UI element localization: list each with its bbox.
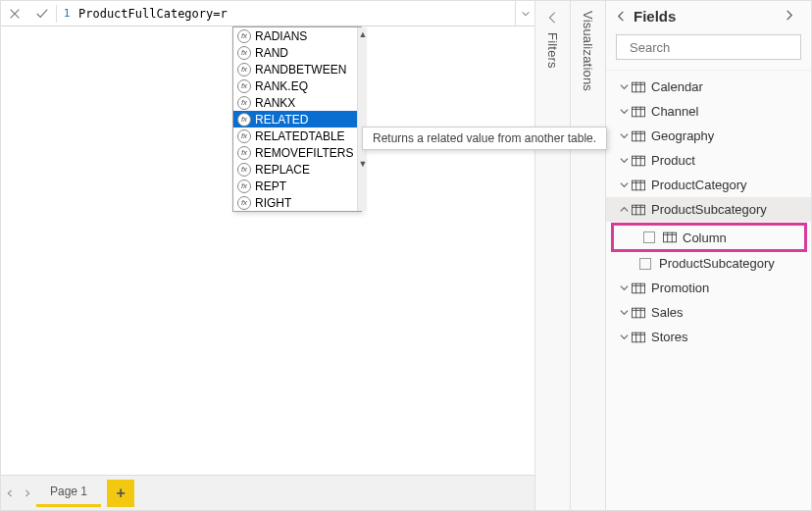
function-icon: fx (237, 46, 251, 60)
svg-rect-22 (632, 205, 644, 215)
field-table-label: Stores (651, 330, 688, 344)
field-table-label: Promotion (651, 281, 709, 295)
intellisense-item-label: RANK.EQ (255, 79, 308, 93)
intellisense-item-label: RELATED (255, 113, 308, 127)
formula-expand-button[interactable] (515, 1, 534, 26)
page-tab[interactable]: Page 1 (36, 480, 101, 507)
svg-rect-18 (632, 180, 644, 190)
intellisense-item[interactable]: fxRELATED (233, 111, 357, 128)
visualizations-panel-collapsed[interactable]: Visualizations (570, 1, 605, 510)
visualizations-panel-label: Visualizations (581, 11, 595, 91)
expand-left-icon (546, 11, 560, 25)
chevron-down-icon (620, 131, 629, 140)
fields-panel-title: Fields (634, 8, 784, 25)
scroll-down-icon[interactable]: ▼ (358, 157, 367, 171)
field-column-row[interactable]: ProductSubcategory (606, 251, 811, 276)
intellisense-item[interactable]: fxRAND (233, 44, 357, 61)
chevron-down-icon (620, 283, 629, 292)
fields-collapse-button[interactable] (616, 11, 634, 22)
chevron-down-icon (620, 156, 629, 165)
table-icon (632, 155, 645, 167)
function-icon: fx (237, 196, 251, 210)
field-table-row[interactable]: Calendar (606, 75, 811, 99)
field-table-row[interactable]: Product (606, 148, 811, 173)
field-checkbox[interactable] (639, 258, 651, 270)
expand-toggle[interactable] (616, 332, 632, 341)
function-icon: fx (237, 179, 251, 193)
formula-line-number: 1 (57, 7, 76, 20)
formula-input[interactable] (76, 1, 515, 26)
intellisense-item[interactable]: fxRIGHT (233, 194, 357, 211)
page-tab-bar: Page 1 + (1, 475, 534, 510)
tab-nav-next[interactable] (19, 476, 36, 511)
intellisense-item[interactable]: fxREPLACE (233, 161, 357, 178)
chevron-down-icon (620, 107, 629, 116)
chevron-down-icon (620, 308, 629, 317)
expand-toggle[interactable] (616, 283, 632, 292)
intellisense-item[interactable]: fxREPT (233, 178, 357, 194)
tab-nav-prev[interactable] (1, 476, 19, 511)
filters-panel-label: Filters (545, 32, 560, 69)
add-page-button[interactable]: + (107, 480, 134, 507)
chevron-down-icon (620, 180, 629, 189)
field-table-row[interactable]: Channel (606, 99, 811, 124)
expand-toggle[interactable] (616, 180, 632, 189)
intellisense-item[interactable]: fxRANKX (233, 94, 357, 111)
intellisense-item-label: RIGHT (255, 196, 291, 210)
table-icon (632, 81, 645, 93)
field-table-row[interactable]: Promotion (606, 276, 811, 300)
svg-rect-6 (632, 107, 644, 117)
plus-icon: + (116, 485, 125, 502)
function-icon: fx (237, 129, 251, 143)
expand-toggle[interactable] (616, 308, 632, 317)
field-column-row[interactable]: Column (614, 226, 804, 249)
field-checkbox[interactable] (643, 231, 655, 243)
fields-expand-right-button[interactable] (784, 7, 801, 25)
fields-search-input[interactable] (630, 40, 794, 55)
filters-panel-collapsed[interactable]: Filters (534, 1, 570, 510)
field-table-label: ProductSubcategory (651, 202, 767, 217)
check-icon (35, 7, 49, 21)
field-table-label: Geography (651, 128, 714, 143)
intellisense-item-label: RANKX (255, 96, 295, 110)
formula-commit-button[interactable] (28, 1, 56, 26)
fields-panel-header: Fields (606, 1, 811, 30)
intellisense-item[interactable]: fxRANDBETWEEN (233, 61, 357, 77)
expand-toggle[interactable] (616, 107, 632, 116)
table-icon (663, 231, 677, 243)
intellisense-item-label: RAND (255, 46, 288, 60)
chevron-up-icon (620, 205, 629, 214)
intellisense-item-label: RELATEDTABLE (255, 129, 345, 143)
page-tab-label: Page 1 (50, 485, 87, 498)
svg-point-0 (623, 47, 624, 48)
expand-toggle[interactable] (616, 82, 632, 91)
intellisense-item[interactable]: fxREMOVEFILTERS (233, 144, 357, 161)
field-table-label: ProductCategory (651, 178, 747, 192)
field-table-row[interactable]: ProductSubcategory (606, 197, 811, 222)
field-table-row[interactable]: Stores (606, 325, 811, 349)
intellisense-item[interactable]: fxRANK.EQ (233, 77, 357, 94)
intellisense-item-label: RADIANS (255, 29, 307, 43)
scroll-up-icon[interactable]: ▲ (358, 27, 367, 41)
expand-toggle[interactable] (616, 131, 632, 140)
intellisense-scrollbar[interactable]: ▲ ▼ (357, 27, 367, 211)
svg-rect-34 (632, 308, 644, 318)
svg-rect-26 (663, 232, 676, 242)
chevron-right-icon (24, 489, 31, 497)
intellisense-item-label: REPLACE (255, 163, 310, 177)
chevron-down-icon (620, 332, 629, 341)
intellisense-item[interactable]: fxRADIANS (233, 27, 357, 44)
field-column-label: Column (683, 230, 727, 245)
field-table-row[interactable]: Sales (606, 300, 811, 325)
fields-list: CalendarChannelGeographyProductProductCa… (606, 71, 811, 510)
field-table-label: Product (651, 153, 695, 168)
highlighted-field: Column (611, 223, 807, 252)
table-icon (632, 332, 645, 343)
intellisense-item[interactable]: fxRELATEDTABLE (233, 128, 357, 144)
field-table-row[interactable]: Geography (606, 124, 811, 148)
fields-search[interactable] (616, 34, 801, 60)
expand-toggle[interactable] (616, 205, 632, 214)
expand-toggle[interactable] (616, 156, 632, 165)
formula-cancel-button[interactable] (1, 1, 28, 26)
field-table-row[interactable]: ProductCategory (606, 173, 811, 197)
